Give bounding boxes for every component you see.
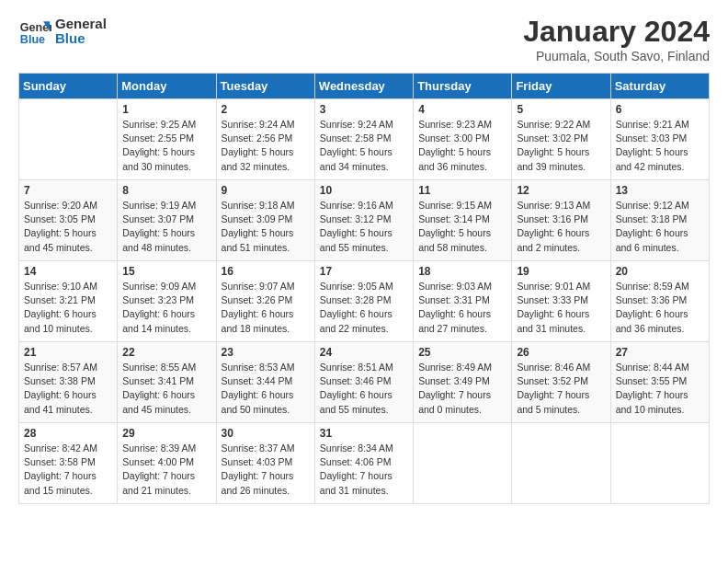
day-number: 28 (24, 427, 112, 440)
calendar-cell: 9Sunrise: 9:18 AMSunset: 3:09 PMDaylight… (216, 180, 314, 261)
day-info: Sunrise: 9:24 AMSunset: 2:58 PMDaylight:… (320, 118, 408, 174)
calendar-cell: 1Sunrise: 9:25 AMSunset: 2:55 PMDaylight… (118, 99, 216, 180)
calendar-cell (610, 423, 709, 504)
day-number: 16 (222, 265, 310, 278)
header-day-thursday: Thursday (414, 74, 512, 99)
day-number: 7 (24, 184, 112, 197)
day-info: Sunrise: 9:09 AMSunset: 3:23 PMDaylight:… (122, 280, 210, 336)
calendar-header: SundayMondayTuesdayWednesdayThursdayFrid… (19, 74, 710, 99)
calendar-cell: 20Sunrise: 8:59 AMSunset: 3:36 PMDayligh… (610, 261, 709, 342)
calendar-header-row: SundayMondayTuesdayWednesdayThursdayFrid… (19, 74, 710, 99)
day-info: Sunrise: 8:53 AMSunset: 3:44 PMDaylight:… (222, 361, 310, 417)
day-number: 31 (320, 427, 408, 440)
logo-general: General (55, 17, 107, 32)
day-number: 19 (517, 265, 605, 278)
day-number: 24 (320, 346, 408, 359)
day-info: Sunrise: 9:20 AMSunset: 3:05 PMDaylight:… (24, 199, 112, 255)
header-day-saturday: Saturday (610, 74, 709, 99)
day-number: 27 (616, 346, 704, 359)
day-number: 11 (418, 184, 506, 197)
calendar-cell (414, 423, 512, 504)
calendar-cell: 12Sunrise: 9:13 AMSunset: 3:16 PMDayligh… (512, 180, 610, 261)
calendar-cell: 17Sunrise: 9:05 AMSunset: 3:28 PMDayligh… (314, 261, 413, 342)
calendar-week-4: 21Sunrise: 8:57 AMSunset: 3:38 PMDayligh… (19, 342, 710, 423)
day-number: 30 (222, 427, 310, 440)
calendar-cell: 7Sunrise: 9:20 AMSunset: 3:05 PMDaylight… (19, 180, 118, 261)
day-info: Sunrise: 9:12 AMSunset: 3:18 PMDaylight:… (616, 199, 704, 255)
calendar-cell: 14Sunrise: 9:10 AMSunset: 3:21 PMDayligh… (19, 261, 118, 342)
day-number: 18 (418, 265, 506, 278)
day-info: Sunrise: 9:10 AMSunset: 3:21 PMDaylight:… (24, 280, 112, 336)
day-info: Sunrise: 9:24 AMSunset: 2:56 PMDaylight:… (222, 118, 310, 174)
header-day-sunday: Sunday (19, 74, 118, 99)
day-info: Sunrise: 9:19 AMSunset: 3:07 PMDaylight:… (122, 199, 210, 255)
day-info: Sunrise: 9:21 AMSunset: 3:03 PMDaylight:… (616, 118, 704, 174)
day-info: Sunrise: 8:44 AMSunset: 3:55 PMDaylight:… (616, 361, 704, 417)
day-number: 1 (122, 103, 210, 116)
day-number: 13 (616, 184, 704, 197)
calendar-cell: 22Sunrise: 8:55 AMSunset: 3:41 PMDayligh… (118, 342, 216, 423)
day-number: 9 (222, 184, 310, 197)
day-number: 4 (418, 103, 506, 116)
day-number: 12 (517, 184, 605, 197)
day-info: Sunrise: 9:22 AMSunset: 3:02 PMDaylight:… (517, 118, 605, 174)
day-number: 15 (122, 265, 210, 278)
page-header: General Blue General Blue January 2024 P… (18, 15, 710, 63)
day-info: Sunrise: 8:57 AMSunset: 3:38 PMDaylight:… (24, 361, 112, 417)
day-number: 20 (616, 265, 704, 278)
calendar-cell: 10Sunrise: 9:16 AMSunset: 3:12 PMDayligh… (314, 180, 413, 261)
day-info: Sunrise: 8:46 AMSunset: 3:52 PMDaylight:… (517, 361, 605, 417)
calendar-cell: 19Sunrise: 9:01 AMSunset: 3:33 PMDayligh… (512, 261, 610, 342)
calendar-cell: 13Sunrise: 9:12 AMSunset: 3:18 PMDayligh… (610, 180, 709, 261)
day-info: Sunrise: 8:55 AMSunset: 3:41 PMDaylight:… (122, 361, 210, 417)
day-info: Sunrise: 8:34 AMSunset: 4:06 PMDaylight:… (320, 442, 408, 498)
day-info: Sunrise: 8:39 AMSunset: 4:00 PMDaylight:… (122, 442, 210, 498)
calendar-cell (512, 423, 610, 504)
day-info: Sunrise: 9:05 AMSunset: 3:28 PMDaylight:… (320, 280, 408, 336)
day-info: Sunrise: 9:23 AMSunset: 3:00 PMDaylight:… (418, 118, 506, 174)
calendar-cell: 4Sunrise: 9:23 AMSunset: 3:00 PMDaylight… (414, 99, 512, 180)
day-info: Sunrise: 8:49 AMSunset: 3:49 PMDaylight:… (418, 361, 506, 417)
calendar-cell (19, 99, 118, 180)
calendar-cell: 6Sunrise: 9:21 AMSunset: 3:03 PMDaylight… (610, 99, 709, 180)
day-number: 3 (320, 103, 408, 116)
day-info: Sunrise: 9:25 AMSunset: 2:55 PMDaylight:… (122, 118, 210, 174)
day-number: 23 (222, 346, 310, 359)
day-number: 6 (616, 103, 704, 116)
calendar-cell: 31Sunrise: 8:34 AMSunset: 4:06 PMDayligh… (314, 423, 413, 504)
logo-blue: Blue (55, 31, 107, 47)
day-info: Sunrise: 9:15 AMSunset: 3:14 PMDaylight:… (418, 199, 506, 255)
header-day-monday: Monday (118, 74, 216, 99)
calendar-week-5: 28Sunrise: 8:42 AMSunset: 3:58 PMDayligh… (19, 423, 710, 504)
calendar-cell: 24Sunrise: 8:51 AMSunset: 3:46 PMDayligh… (314, 342, 413, 423)
day-number: 5 (517, 103, 605, 116)
calendar-cell: 26Sunrise: 8:46 AMSunset: 3:52 PMDayligh… (512, 342, 610, 423)
calendar-cell: 23Sunrise: 8:53 AMSunset: 3:44 PMDayligh… (216, 342, 314, 423)
day-number: 14 (24, 265, 112, 278)
day-info: Sunrise: 8:37 AMSunset: 4:03 PMDaylight:… (222, 442, 310, 498)
calendar-cell: 28Sunrise: 8:42 AMSunset: 3:58 PMDayligh… (19, 423, 118, 504)
month-title: January 2024 (523, 15, 710, 49)
location-subtitle: Puumala, South Savo, Finland (523, 49, 710, 63)
day-number: 10 (320, 184, 408, 197)
calendar-week-1: 1Sunrise: 9:25 AMSunset: 2:55 PMDaylight… (19, 99, 710, 180)
day-number: 21 (24, 346, 112, 359)
day-info: Sunrise: 8:42 AMSunset: 3:58 PMDaylight:… (24, 442, 112, 498)
calendar-cell: 15Sunrise: 9:09 AMSunset: 3:23 PMDayligh… (118, 261, 216, 342)
calendar-body: 1Sunrise: 9:25 AMSunset: 2:55 PMDaylight… (19, 99, 710, 504)
calendar-cell: 2Sunrise: 9:24 AMSunset: 2:56 PMDaylight… (216, 99, 314, 180)
calendar-cell: 27Sunrise: 8:44 AMSunset: 3:55 PMDayligh… (610, 342, 709, 423)
calendar-cell: 21Sunrise: 8:57 AMSunset: 3:38 PMDayligh… (19, 342, 118, 423)
day-info: Sunrise: 9:16 AMSunset: 3:12 PMDaylight:… (320, 199, 408, 255)
title-area: January 2024 Puumala, South Savo, Finlan… (523, 15, 710, 63)
day-number: 17 (320, 265, 408, 278)
calendar-cell: 3Sunrise: 9:24 AMSunset: 2:58 PMDaylight… (314, 99, 413, 180)
day-info: Sunrise: 8:59 AMSunset: 3:36 PMDaylight:… (616, 280, 704, 336)
day-number: 8 (122, 184, 210, 197)
calendar-cell: 5Sunrise: 9:22 AMSunset: 3:02 PMDaylight… (512, 99, 610, 180)
day-info: Sunrise: 8:51 AMSunset: 3:46 PMDaylight:… (320, 361, 408, 417)
day-info: Sunrise: 9:18 AMSunset: 3:09 PMDaylight:… (222, 199, 310, 255)
day-number: 26 (517, 346, 605, 359)
calendar-cell: 11Sunrise: 9:15 AMSunset: 3:14 PMDayligh… (414, 180, 512, 261)
day-number: 29 (122, 427, 210, 440)
